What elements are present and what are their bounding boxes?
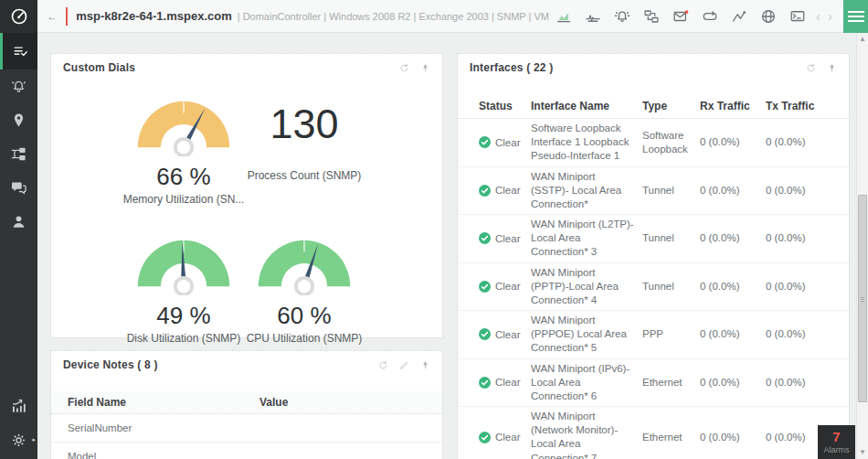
sidebar-item-users[interactable] — [0, 205, 37, 239]
interface-row[interactable]: Clear WAN Miniport (Network Monitor)-Loc… — [458, 407, 849, 459]
scroll-up-arrow-icon[interactable]: ▲ — [857, 34, 868, 45]
pin-icon[interactable] — [420, 63, 430, 73]
interfaces-title: Interfaces ( 22 ) — [470, 61, 553, 74]
sidebar-item-maps[interactable] — [0, 103, 37, 137]
pin-icon[interactable] — [420, 360, 430, 370]
interface-name[interactable]: WAN Miniport (L2TP)-Local Area Connectio… — [531, 218, 642, 260]
sidebar-item-alarms[interactable] — [0, 69, 37, 103]
interface-type: Software Loopback — [642, 129, 700, 156]
interface-status: Clear — [479, 281, 531, 293]
interface-name[interactable]: WAN Miniport (IPv6)-Local Area Connectio… — [531, 362, 642, 404]
dial-label: CPU Utilization (SNMP) — [247, 332, 363, 345]
column-field-name: Field Name — [68, 396, 259, 409]
back-arrow[interactable]: ← — [47, 10, 58, 23]
interface-type: Tunnel — [642, 184, 700, 197]
app-logo-icon[interactable] — [0, 0, 37, 33]
status-text: Clear — [495, 185, 520, 196]
interface-row[interactable]: Clear WAN Miniport (IPv6)-Local Area Con… — [458, 359, 849, 408]
interface-rx: 0 (0.0%) — [700, 376, 766, 390]
device-notes-title: Device Notes ( 8 ) — [63, 358, 158, 371]
device-notes-table-header: Field Name Value — [51, 391, 442, 414]
status-text: Clear — [495, 329, 520, 340]
dial-value: 130 — [270, 103, 338, 144]
interface-row[interactable]: Clear WAN Miniport (PPTP)-Local Area Con… — [458, 263, 849, 312]
scroll-down-arrow-icon[interactable]: ▼ — [857, 447, 868, 458]
sidebar-bottom-items: ▸ — [0, 390, 37, 457]
dial-2: 49 %Disk Utilization (SNMP) — [123, 231, 244, 359]
sidebar-item-reports[interactable] — [0, 390, 37, 423]
interfaces-column: Interface Name — [531, 100, 642, 112]
status-text: Clear — [495, 377, 520, 388]
interface-type: Tunnel — [642, 231, 700, 245]
sidebar-item-settings[interactable]: ▸ — [0, 423, 37, 457]
device-notes-rows: SerialNumber Model — [51, 414, 442, 459]
interfaces-table: StatusInterface NameTypeRx TrafficTx Tra… — [458, 93, 849, 459]
sidebar-item-chat[interactable] — [0, 171, 37, 205]
interface-type: Ethernet — [642, 376, 700, 390]
dial-grid: 66 %Memory Utilization (SN...130Process … — [51, 81, 442, 359]
interface-rx: 0 (0.0%) — [700, 327, 766, 341]
device-notes-actions — [378, 360, 430, 370]
dial-label: Memory Utilization (SN... — [123, 193, 245, 206]
interface-status: Clear — [479, 432, 531, 443]
mail-notification-icon[interactable] — [666, 0, 695, 33]
refresh-icon[interactable] — [399, 63, 409, 73]
dial-value: 49 % — [156, 302, 210, 330]
interface-name[interactable]: Software Loopback Interface 1 Loopback P… — [531, 122, 642, 164]
interfaces-column: Type — [642, 100, 700, 112]
refresh-icon[interactable] — [806, 63, 816, 73]
interfaces-panel: Interfaces ( 22 ) StatusInterface NameTy… — [457, 53, 850, 459]
edit-icon[interactable] — [399, 360, 409, 370]
alarms-label: Alarms — [823, 445, 849, 454]
interface-name[interactable]: WAN Miniport (SSTP)- Local Area Connecti… — [531, 170, 642, 212]
interface-rx: 0 (0.0%) — [700, 184, 766, 197]
interface-name[interactable]: WAN Miniport (Network Monitor)-Local Are… — [531, 410, 642, 459]
column-value: Value — [259, 396, 442, 409]
interface-name[interactable]: WAN Miniport (PPPOE) Local Area Connecti… — [531, 314, 642, 356]
topbar-actions — [549, 0, 812, 33]
loop-icon[interactable] — [695, 0, 725, 33]
dial-label: Process Count (SNMP) — [248, 169, 362, 182]
chevron-right-icon[interactable]: › — [824, 9, 836, 24]
interface-row[interactable]: Clear WAN Miniport (L2TP)-Local Area Con… — [458, 215, 849, 263]
interface-tx: 0 (0.0%) — [766, 376, 849, 390]
area-chart-icon[interactable] — [549, 0, 578, 33]
interface-row[interactable]: Clear WAN Miniport (SSTP)- Local Area Co… — [458, 167, 849, 216]
sidebar-item-inventory[interactable] — [0, 33, 37, 69]
page-scrollbar[interactable]: ▲ ▼ — [856, 33, 868, 459]
interface-rx: 0 (0.0%) — [700, 135, 766, 149]
sidebar-item-topology[interactable] — [0, 137, 37, 171]
menu-button[interactable] — [843, 0, 868, 33]
alarm-bell-icon[interactable] — [608, 0, 637, 33]
dial-value: 66 % — [156, 163, 210, 191]
interfaces-header: Interfaces ( 22 ) — [458, 54, 849, 81]
note-field: Model — [68, 451, 259, 459]
console-icon[interactable] — [783, 0, 812, 33]
interface-row[interactable]: Clear Software Loopback Interface 1 Loop… — [458, 119, 849, 167]
workflow-icon[interactable] — [637, 0, 666, 33]
severity-bar — [66, 7, 68, 26]
interface-name[interactable]: WAN Miniport (PPTP)-Local Area Connectio… — [531, 266, 642, 308]
interface-tx: 0 (0.0%) — [766, 327, 849, 341]
sidebar-top-items — [0, 33, 37, 239]
pin-icon[interactable] — [827, 63, 837, 73]
chevron-left-icon[interactable]: ‹ — [812, 9, 824, 24]
activity-pulse-icon[interactable] — [725, 0, 754, 33]
status-text: Clear — [495, 281, 520, 292]
interface-row[interactable]: Clear WAN Miniport (PPPOE) Local Area Co… — [458, 311, 849, 359]
interface-status: Clear — [479, 377, 531, 389]
sidebar: ▸ — [0, 33, 37, 459]
refresh-icon[interactable] — [378, 360, 388, 370]
interface-tx: 0 (0.0%) — [766, 135, 849, 149]
interface-rx: 0 (0.0%) — [700, 231, 766, 245]
status-text: Clear — [495, 432, 520, 443]
dial-0: 66 %Memory Utilization (SN... — [123, 92, 244, 231]
alarms-badge[interactable]: 7 Alarms — [818, 425, 855, 459]
traffic-graph-icon[interactable] — [578, 0, 608, 33]
interface-tx: 0 (0.0%) — [766, 231, 849, 245]
status-text: Clear — [495, 233, 520, 244]
device-notes-table: Field Name Value SerialNumber Model — [51, 391, 442, 459]
caret-icon: ▸ — [32, 436, 36, 443]
globe-icon[interactable] — [754, 0, 783, 33]
scroll-thumb[interactable] — [858, 195, 867, 402]
